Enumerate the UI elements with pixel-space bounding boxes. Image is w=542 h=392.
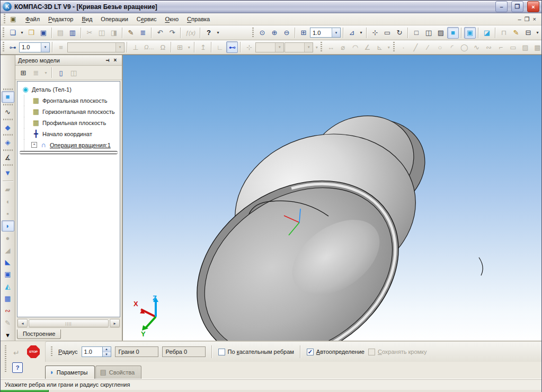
help-dropdown[interactable]: ▾ <box>215 27 221 39</box>
zoom-area-button[interactable]: ⊞ <box>298 27 309 39</box>
print-preview-button[interactable]: ▥ <box>67 27 78 39</box>
restore-button[interactable]: ❐ <box>511 1 523 12</box>
radius-stepper[interactable]: 1.0 ▲ ▼ <box>82 346 111 357</box>
layout-dropdown[interactable]: ▾ <box>535 27 540 39</box>
tree-item[interactable]: ▦Профильная плоскость <box>17 117 120 128</box>
undo-button[interactable]: ↶ <box>154 27 166 39</box>
tree-item[interactable]: ▦Горизонтальная плоскость <box>17 106 120 117</box>
tree-item-label[interactable]: Фронтальная плоскость <box>42 97 108 104</box>
open-button[interactable]: ❒ <box>25 27 37 39</box>
measurements-3d-button[interactable]: ∡ <box>2 152 14 164</box>
shell-operation-button[interactable]: ▣ <box>2 269 14 280</box>
tree-item-label[interactable]: Горизонтальная плоскость <box>42 109 115 115</box>
radius-down-icon[interactable]: ▼ <box>103 352 111 357</box>
menu-справка[interactable]: Справка <box>183 15 214 23</box>
drag-handle[interactable] <box>3 104 13 105</box>
tree-item-label[interactable]: Операция вращения:1 <box>50 142 111 148</box>
radius-input[interactable]: 1.0 <box>82 346 103 357</box>
expand-icon[interactable]: + <box>31 142 37 148</box>
space-curves-button[interactable]: ∿ <box>2 106 14 118</box>
tangent-edges-checkbox[interactable]: По касательным ребрам <box>218 349 294 355</box>
redo-button[interactable]: ↷ <box>166 27 178 39</box>
scroll-left-button[interactable]: ◂ <box>17 319 28 327</box>
scroll-more-button[interactable]: ▾ <box>2 329 14 341</box>
rotate-button[interactable]: ↻ <box>394 27 405 39</box>
tree-item[interactable]: +∩Операция вращения:1 <box>17 139 120 150</box>
curve-array-operation-button[interactable]: ∾ <box>2 305 14 316</box>
pin-icon[interactable]: T <box>104 56 111 64</box>
checkbox-box[interactable]: ✓ <box>307 349 314 355</box>
drag-handle[interactable] <box>3 164 13 166</box>
drag-handle[interactable] <box>3 28 4 38</box>
menu-сервис[interactable]: Сервис <box>132 15 161 23</box>
menu-drag-handle[interactable] <box>4 14 5 24</box>
zoom-in-button[interactable]: ⊕ <box>269 27 280 39</box>
pan-button[interactable]: ⊹ <box>369 27 381 39</box>
current-step-button[interactable]: ⊶ <box>7 41 19 53</box>
properties-button[interactable]: ≣ <box>137 27 149 39</box>
tree-close-icon[interactable]: × <box>111 57 119 64</box>
child-minimize-button[interactable]: – <box>518 16 521 23</box>
menu-редактор[interactable]: Редактор <box>44 15 77 23</box>
shaded-edges-button[interactable]: ▣ <box>464 27 476 39</box>
drag-handle[interactable] <box>252 28 254 38</box>
scroll-right-button[interactable]: ▸ <box>110 319 120 327</box>
filters-button[interactable]: ▼ <box>2 167 14 179</box>
surfaces-button[interactable]: ◆ <box>2 121 14 133</box>
child-restore-button[interactable]: ❐ <box>525 16 530 23</box>
drag-handle[interactable] <box>3 149 13 151</box>
fillet-operation-button[interactable]: ◗ <box>2 220 14 232</box>
drag-handle[interactable] <box>321 42 322 52</box>
viewport-3d[interactable]: X Z Y <box>123 55 541 341</box>
rounding-button[interactable]: ⊷ <box>226 41 238 53</box>
interrupt-command-button[interactable]: STOP <box>27 345 40 358</box>
tree-item[interactable]: ╋Начало координат <box>17 128 120 139</box>
model-3d[interactable] <box>123 55 541 341</box>
minimize-button[interactable]: – <box>495 1 508 12</box>
tree-item-label[interactable]: Начало координат <box>42 131 92 137</box>
app-icon[interactable]: K <box>3 2 12 11</box>
tree-item[interactable]: ▦Фронтальная плоскость <box>17 95 120 106</box>
help-button[interactable]: ? <box>12 362 23 373</box>
incline-operation-button[interactable]: ◭ <box>2 281 14 292</box>
tree-item-label[interactable]: Деталь (Тел-1) <box>32 86 72 93</box>
copy-properties-button[interactable]: ✎ <box>125 27 137 39</box>
drag-handle[interactable] <box>3 42 4 52</box>
menu-операции[interactable]: Операции <box>96 15 132 23</box>
property-drag-handle[interactable] <box>5 345 6 373</box>
part-editing-button[interactable]: ■ <box>2 91 14 103</box>
orientation-button[interactable]: ⊿ <box>346 27 358 39</box>
wireframe-button[interactable]: □ <box>411 27 422 39</box>
scroll-thumb[interactable]: |||| <box>29 319 109 327</box>
step-combo-arrow[interactable]: ▾ <box>41 43 49 52</box>
radius-up-icon[interactable]: ▲ <box>103 347 111 352</box>
hidden-lines-thin-button[interactable]: ▨ <box>435 27 447 39</box>
drag-handle[interactable] <box>393 42 395 52</box>
perspective-button[interactable]: ◪ <box>481 27 493 39</box>
tab-construction[interactable]: Построение <box>17 329 61 339</box>
row-drag-handle[interactable] <box>51 346 52 357</box>
scale-combo-arrow[interactable]: ▾ <box>332 28 340 37</box>
tree-item-label[interactable]: Профильная плоскость <box>42 120 106 126</box>
scale-combo[interactable]: 1.0▾ <box>310 28 341 38</box>
tree-horizontal-scrollbar[interactable]: ◂ |||| ▸ <box>17 318 120 328</box>
zoom-out-button[interactable]: ⊖ <box>281 27 292 39</box>
shaded-button[interactable]: ■ <box>447 27 459 39</box>
tree-structure-button[interactable]: ⊞ <box>17 67 29 78</box>
what-is-this-button[interactable]: ? <box>203 27 215 39</box>
array-operation-button[interactable]: ▦ <box>2 293 14 305</box>
step-combo[interactable]: 1.0▾ <box>19 42 50 52</box>
menu-вид[interactable]: Вид <box>77 15 96 23</box>
zoom-button[interactable]: ⊙ <box>256 27 268 39</box>
tree-item[interactable]: ◉Деталь (Тел-1) <box>17 84 120 95</box>
auxiliary-geometry-button[interactable]: ◈ <box>2 137 14 148</box>
menu-окно[interactable]: Окно <box>161 15 183 23</box>
layout-button[interactable]: ⊟ <box>522 27 534 39</box>
drag-handle[interactable] <box>3 88 13 90</box>
autodetect-checkbox[interactable]: ✓Автоопределение <box>307 349 365 355</box>
chamfer-operation-button[interactable]: ◣ <box>2 256 14 268</box>
drag-handle[interactable] <box>3 119 13 120</box>
hidden-lines-removed-button[interactable]: ◫ <box>423 27 434 39</box>
report-button[interactable]: ▯ <box>55 67 67 78</box>
menu-файл[interactable]: Файл <box>21 15 44 23</box>
